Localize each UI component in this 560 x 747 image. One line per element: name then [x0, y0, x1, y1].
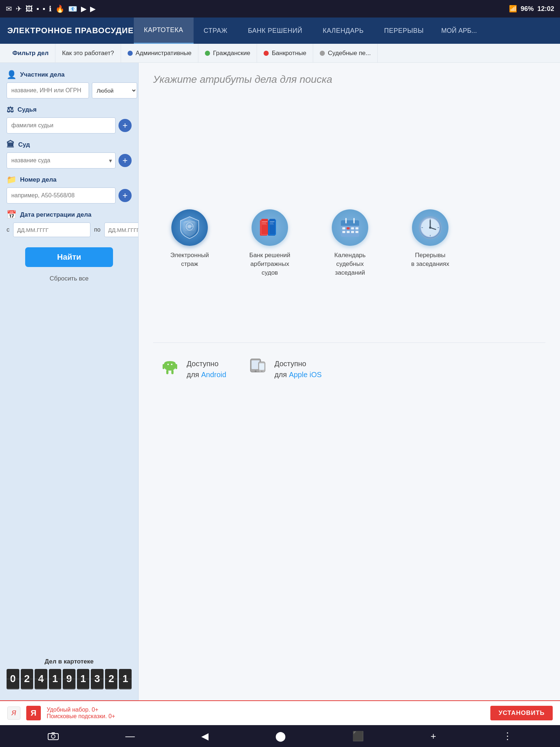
wifi-icon: 📶: [509, 5, 517, 13]
filter-panel: 👤 Участник дела Любой Истец Ответчик Тре…: [0, 63, 139, 700]
more-icon[interactable]: ⋮: [495, 728, 520, 745]
content-hint: Укажите атрибуты дела для поиска: [153, 74, 545, 85]
back-dash-icon[interactable]: —: [118, 728, 142, 745]
ad-texts: Удобный набор. 0+ Поисковые подсказки. 0…: [47, 707, 485, 720]
date-to-input[interactable]: [104, 222, 139, 237]
download-section: Доступно для Android: [153, 357, 545, 381]
participant-row: Любой Истец Ответчик Третье лицо +: [7, 82, 132, 98]
ios-download: Доступно для Apple iOS: [248, 357, 322, 381]
sub-nav: Фильтр дел Как это работает? Администрат…: [0, 44, 560, 63]
casenumber-input[interactable]: [7, 187, 116, 204]
tab-breaks[interactable]: ПЕРЕРЫВЫ: [374, 18, 434, 44]
tab-strazh[interactable]: СТРАЖ: [194, 18, 238, 44]
calendar-label: Календарьсудебныхзаседаний: [334, 251, 366, 277]
info-icon: ℹ: [49, 4, 52, 13]
feature-icons: Электронныйстраж: [153, 209, 545, 277]
play2-icon: ▶: [90, 4, 96, 13]
search-button[interactable]: Найти: [25, 247, 113, 267]
date-to-label: по: [94, 227, 101, 233]
ad-banner: Я Я Удобный набор. 0+ Поисковые подсказк…: [0, 700, 560, 725]
court-input[interactable]: [7, 152, 116, 169]
participant-input[interactable]: [7, 82, 89, 98]
ad-ya-badge: Я: [26, 706, 41, 720]
court-row: +: [7, 152, 132, 169]
android-link[interactable]: Android: [201, 371, 226, 379]
judge-add-button[interactable]: +: [118, 119, 132, 132]
svg-rect-43: [171, 370, 174, 374]
ios-icon: [248, 357, 267, 381]
square2-icon: ▪: [43, 5, 45, 13]
tab-moy[interactable]: МОЙ АРБ...: [434, 18, 484, 44]
participant-icon: 👤: [7, 70, 16, 80]
content-divider: [153, 342, 545, 343]
svg-rect-11: [269, 219, 275, 234]
ad-install-button[interactable]: УСТАНОВИТЬ: [490, 706, 553, 720]
date-from-input[interactable]: [13, 222, 90, 237]
battery-text: 96%: [521, 5, 534, 13]
counter-digit-8: 1: [119, 669, 132, 689]
feature-calendar[interactable]: Календарьсудебныхзаседаний: [321, 209, 379, 277]
svg-point-46: [167, 364, 169, 365]
svg-rect-52: [259, 363, 264, 370]
sub-nav-civil[interactable]: Гражданские: [198, 44, 257, 62]
recents-icon[interactable]: ⬛: [345, 728, 371, 745]
status-bar-icons: ✉ ✈ 🖼 ▪ ▪ ℹ 🔥 📧 ▶ ▶: [6, 4, 96, 13]
photo-icon: 🖼: [26, 5, 33, 13]
books-icon: [252, 209, 288, 246]
counter-digit-0: 0: [7, 669, 19, 689]
date-section: 📅 Дата регистрации дела с по: [7, 210, 132, 237]
feature-breaks[interactable]: Перерывыв заседаниях: [401, 209, 459, 277]
app-title: ЭЛЕКТРОННОЕ ПРАВОСУДИЕ: [7, 26, 134, 35]
judge-input[interactable]: [7, 117, 116, 133]
court-dropdown-wrapper: [7, 152, 116, 169]
sub-nav-bankrupt[interactable]: Банкротные: [257, 44, 313, 62]
court-add-button[interactable]: +: [118, 154, 132, 167]
tab-bank[interactable]: БАНК РЕШЕНИЙ: [238, 18, 312, 44]
svg-point-53: [261, 371, 262, 372]
casenumber-icon: 📁: [7, 175, 16, 185]
svg-point-47: [171, 364, 172, 365]
svg-rect-16: [262, 224, 267, 225]
date-icon: 📅: [7, 210, 16, 220]
casenumber-add-button[interactable]: +: [118, 189, 132, 202]
status-bar-right: 📶 96% 12:02: [509, 5, 554, 13]
date-title: 📅 Дата регистрации дела: [7, 210, 132, 220]
camera-icon[interactable]: [40, 729, 66, 743]
sub-nav-admin[interactable]: Административные: [121, 44, 199, 62]
sub-nav-court[interactable]: Судебные пе...: [313, 44, 378, 62]
sub-nav-how[interactable]: Как это работает?: [55, 44, 121, 62]
svg-rect-13: [262, 223, 266, 224]
bottom-nav: — ◀ ⬤ ⬛ + ⋮: [0, 725, 560, 747]
svg-rect-44: [163, 364, 164, 369]
svg-rect-15: [270, 223, 273, 224]
court-section: 🏛 Суд +: [7, 140, 132, 169]
home-icon[interactable]: ⬤: [268, 728, 293, 745]
svg-rect-26: [355, 227, 358, 229]
strazh-icon: [171, 209, 208, 246]
svg-rect-17: [270, 224, 274, 225]
top-nav: ЭЛЕКТРОННОЕ ПРАВОСУДИЕ КАРТОТЕКА СТРАЖ Б…: [0, 18, 560, 44]
back-icon[interactable]: ◀: [194, 728, 216, 745]
tab-kartoteka[interactable]: КАРТОТЕКА: [134, 18, 194, 44]
ios-link[interactable]: Apple iOS: [289, 371, 322, 379]
mail-icon: 📧: [68, 4, 77, 13]
counter-digit-1: 2: [21, 669, 34, 689]
tab-calendar[interactable]: КАЛЕНДАРЬ: [312, 18, 374, 44]
date-row: с по: [7, 222, 132, 237]
svg-rect-20: [341, 224, 359, 226]
reset-link[interactable]: Сбросить все: [7, 275, 132, 282]
svg-rect-8: [261, 219, 268, 234]
plus-icon[interactable]: +: [423, 728, 443, 745]
feature-strazh[interactable]: Электронныйстраж: [160, 209, 219, 277]
sub-nav-filter[interactable]: Фильтр дел: [6, 44, 55, 62]
svg-rect-29: [351, 231, 354, 233]
clock-icon: [412, 209, 448, 246]
svg-rect-28: [347, 231, 350, 233]
counter-digit-4: 9: [63, 669, 75, 689]
svg-rect-27: [342, 231, 345, 233]
svg-rect-30: [355, 231, 358, 233]
feature-bank[interactable]: Банк решенийарбитражныхсудов: [241, 209, 299, 277]
participant-type-select[interactable]: Любой Истец Ответчик Третье лицо: [92, 82, 137, 98]
judge-section: ⚖ Судья +: [7, 105, 132, 133]
civil-dot: [205, 51, 210, 56]
